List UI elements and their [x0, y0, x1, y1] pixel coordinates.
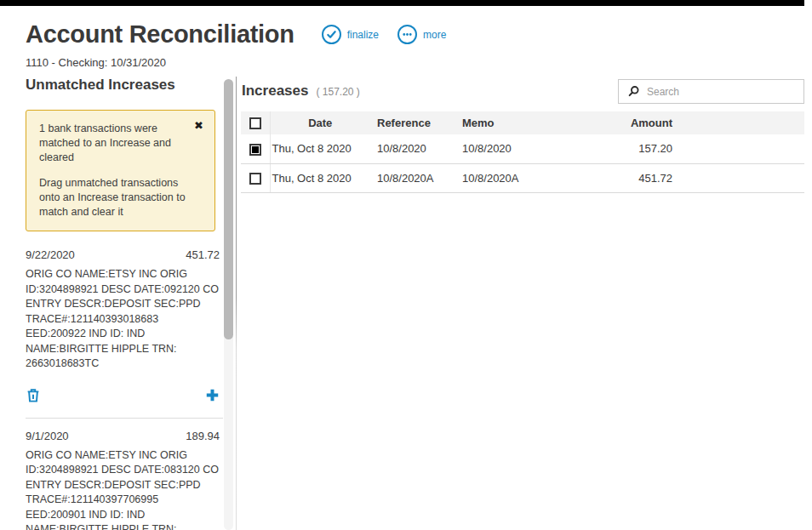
finalize-button[interactable]: finalize [322, 25, 379, 44]
check-circle-icon [322, 25, 341, 44]
cell-reference: 10/8/2020A [370, 163, 455, 192]
transaction-divider [26, 418, 223, 419]
left-panel-scrollbar-track[interactable] [224, 79, 233, 530]
table-row[interactable]: Thu, Oct 8 2020 10/8/2020 10/8/2020 157.… [241, 134, 804, 163]
cell-date: Thu, Oct 8 2020 [270, 163, 370, 192]
search-icon [627, 85, 640, 98]
column-header-memo[interactable]: Memo [455, 111, 545, 134]
notice-instruction: Drag unmatched transactions onto an Incr… [39, 176, 202, 219]
transaction-date: 9/22/2020 [26, 248, 75, 261]
notice-message: 1 bank transactions were matched to an I… [39, 122, 202, 165]
cell-memo: 10/8/2020 [455, 134, 545, 163]
table-header-row: Date Reference Memo Amount [241, 111, 804, 134]
cell-amount: 451.72 [545, 163, 672, 192]
header-actions: finalize more [322, 25, 447, 44]
left-panel-scrollbar-thumb[interactable] [224, 79, 233, 339]
more-button[interactable]: more [397, 25, 446, 44]
left-panel-title: Unmatched Increases [26, 77, 223, 94]
notice-box: ✖ 1 bank transactions were matched to an… [26, 110, 215, 231]
trash-button[interactable] [26, 387, 41, 403]
column-header-date[interactable]: Date [270, 111, 370, 134]
right-panel-title: Increases [242, 83, 308, 100]
trash-icon [26, 387, 41, 403]
column-header-reference[interactable]: Reference [370, 111, 455, 134]
top-black-bar [0, 0, 804, 6]
panel-separator [236, 77, 237, 530]
more-label: more [423, 29, 446, 41]
ellipsis-circle-icon [397, 25, 417, 44]
transaction-date: 9/1/2020 [26, 430, 69, 442]
cell-date: Thu, Oct 8 2020 [270, 134, 370, 163]
finalize-label: finalize [347, 29, 379, 41]
row-checkbox[interactable] [249, 144, 261, 156]
transaction-description: ORIG CO NAME:ETSY INC ORIG ID:3204898921… [26, 448, 220, 530]
plus-icon [205, 388, 220, 402]
column-header-amount[interactable]: Amount [545, 111, 672, 134]
increases-panel: Increases ( 157.20 ) Date Reference Memo… [241, 77, 804, 193]
page-title: Account Reconciliation [26, 20, 294, 48]
increases-table: Date Reference Memo Amount Thu, Oct 8 20… [241, 111, 804, 193]
cell-amount: 157.20 [545, 134, 672, 163]
transaction-amount: 189.94 [186, 430, 220, 442]
row-checkbox[interactable] [249, 173, 261, 185]
table-row[interactable]: Thu, Oct 8 2020 10/8/2020A 10/8/2020A 45… [241, 163, 804, 192]
unmatched-transaction[interactable]: 9/1/2020 189.94 ORIG CO NAME:ETSY INC OR… [26, 430, 220, 530]
select-all-checkbox[interactable] [249, 117, 261, 129]
add-match-button[interactable] [205, 388, 220, 402]
cell-reference: 10/8/2020 [370, 134, 455, 163]
account-subtitle: 1110 - Checking: 10/31/2020 [26, 56, 166, 69]
unmatched-transaction[interactable]: 9/22/2020 451.72 ORIG CO NAME:ETSY INC O… [26, 248, 220, 407]
unmatched-increases-panel: Unmatched Increases ✖ 1 bank transaction… [26, 77, 223, 530]
increases-total: ( 157.20 ) [316, 86, 359, 98]
close-icon[interactable]: ✖ [194, 120, 203, 131]
search-input[interactable] [647, 86, 795, 98]
transaction-description: ORIG CO NAME:ETSY INC ORIG ID:3204898921… [26, 267, 220, 372]
cell-memo: 10/8/2020A [455, 163, 545, 192]
search-box[interactable] [618, 79, 804, 104]
transaction-amount: 451.72 [186, 248, 220, 261]
